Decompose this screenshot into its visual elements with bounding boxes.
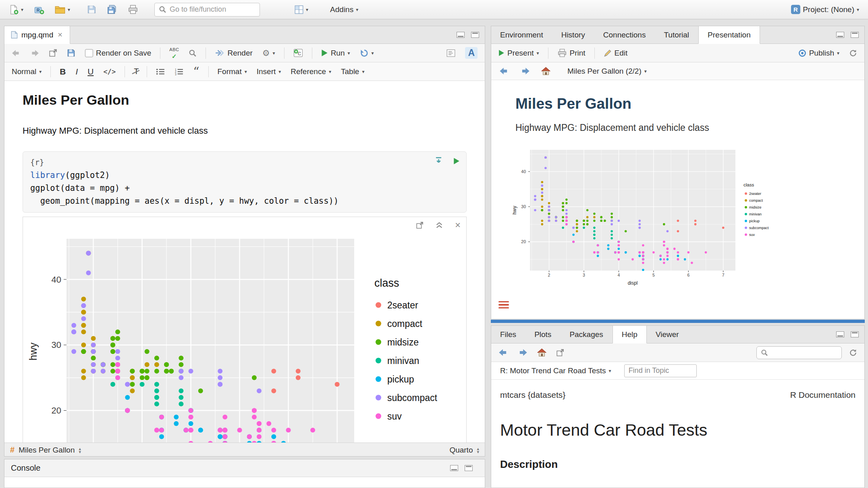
- tab-presentation[interactable]: Presentation: [698, 26, 760, 44]
- collapse-output-icon[interactable]: [436, 221, 443, 229]
- forward-button[interactable]: [518, 66, 532, 77]
- run-button[interactable]: Run ▾: [319, 47, 353, 59]
- publish-button[interactable]: Publish ▾: [796, 47, 842, 59]
- code-line[interactable]: geom_point(mapping = aes(x = displ, y = …: [30, 194, 459, 207]
- chevron-down-icon: ▾: [278, 69, 281, 74]
- outline-toggle-button[interactable]: [444, 48, 458, 59]
- section-selector-icon[interactable]: ▴▾: [79, 447, 81, 453]
- help-search-box[interactable]: [756, 346, 842, 359]
- maximize-pane-icon[interactable]: [465, 465, 473, 471]
- code-line[interactable]: ggplot(data = mpg) +: [30, 182, 459, 194]
- present-button[interactable]: Present ▾: [496, 47, 542, 59]
- bullet-list-button[interactable]: [154, 66, 167, 77]
- tab-help[interactable]: Help: [613, 326, 647, 343]
- print-button[interactable]: [125, 3, 141, 16]
- home-icon[interactable]: [535, 347, 549, 358]
- refresh-button[interactable]: [847, 347, 860, 358]
- tab-files[interactable]: Files: [491, 326, 525, 343]
- project-menu[interactable]: R Project: (None) ▾: [789, 3, 862, 16]
- doc-type-label[interactable]: Quarto: [449, 446, 473, 455]
- find-replace-button[interactable]: [186, 48, 199, 59]
- code-chunk[interactable]: {r} library(ggplot2)ggplot(data = mpg) +…: [23, 151, 467, 213]
- new-file-button[interactable]: ▾: [6, 3, 26, 16]
- goto-file-search[interactable]: [154, 3, 260, 17]
- popout-icon[interactable]: [46, 47, 60, 59]
- insert-menu[interactable]: Insert▾: [254, 66, 284, 78]
- slide-selector[interactable]: Miles Per Gallon (2/2) ▾: [565, 65, 649, 77]
- minimize-pane-icon[interactable]: [457, 32, 465, 38]
- clear-output-icon[interactable]: ×: [455, 221, 461, 229]
- close-icon[interactable]: ×: [57, 30, 63, 39]
- maximize-pane-icon[interactable]: [471, 32, 479, 38]
- paragraph-style-select[interactable]: Normal▾: [9, 66, 44, 78]
- tab-history[interactable]: History: [552, 26, 594, 43]
- editor-content[interactable]: Miles Per Gallon Highway MPG: Displaceme…: [4, 81, 485, 443]
- home-icon[interactable]: [539, 65, 553, 77]
- blockquote-button[interactable]: “: [191, 67, 201, 76]
- forward-button[interactable]: [28, 48, 42, 58]
- visual-editor-toggle[interactable]: A: [463, 45, 480, 60]
- edit-presentation-button[interactable]: Edit: [601, 47, 630, 59]
- bold-button[interactable]: B: [57, 65, 68, 78]
- clear-formatting-button[interactable]: T: [131, 65, 140, 78]
- save-all-button[interactable]: [104, 3, 120, 16]
- refresh-button[interactable]: [847, 48, 860, 59]
- save-button[interactable]: [64, 47, 78, 59]
- pane-layout-button[interactable]: ▾: [292, 4, 311, 16]
- insert-chunk-button[interactable]: C: [291, 47, 305, 59]
- tab-plots[interactable]: Plots: [525, 326, 561, 343]
- minimize-pane-icon[interactable]: [836, 32, 844, 38]
- rerun-button[interactable]: ▾: [357, 47, 376, 59]
- tab-packages[interactable]: Packages: [561, 326, 612, 343]
- presentation-slide[interactable]: Miles Per Gallon Highway MPG: Displaceme…: [491, 80, 864, 319]
- forward-button[interactable]: [515, 347, 530, 358]
- addins-menu[interactable]: Addins ▾: [328, 4, 361, 16]
- render-settings-button[interactable]: ⚙▾: [260, 47, 278, 60]
- maximize-pane-icon[interactable]: [851, 331, 859, 337]
- code-format-button[interactable]: </>: [101, 66, 118, 77]
- tab-tutorial[interactable]: Tutorial: [655, 26, 698, 43]
- status-section-label[interactable]: Miles Per Gallon: [19, 446, 75, 455]
- spellcheck-button[interactable]: ABC✓: [167, 46, 181, 60]
- topic-selector[interactable]: R: Motor Trend Car Road Tests ▾: [498, 365, 614, 377]
- table-menu[interactable]: Table▾: [338, 66, 367, 78]
- back-button[interactable]: [497, 66, 511, 77]
- tab-environment[interactable]: Environment: [491, 26, 552, 43]
- tab-connections[interactable]: Connections: [594, 26, 655, 43]
- chunk-code[interactable]: library(ggplot2)ggplot(data = mpg) + geo…: [30, 169, 459, 207]
- console-title[interactable]: Console: [11, 463, 40, 473]
- help-content[interactable]: mtcars {datasets} R Documentation Motor …: [491, 380, 864, 488]
- new-project-button[interactable]: R: [31, 3, 47, 16]
- find-in-topic-input[interactable]: [629, 366, 692, 375]
- minimize-pane-icon[interactable]: [450, 465, 458, 471]
- underline-button[interactable]: U: [85, 65, 96, 78]
- popout-icon[interactable]: [554, 347, 567, 358]
- print-presentation-button[interactable]: Print: [555, 47, 588, 59]
- help-search-input[interactable]: [771, 348, 837, 357]
- back-button[interactable]: [9, 48, 23, 58]
- doc-type-selector-icon[interactable]: ▴▾: [477, 447, 479, 453]
- run-label: Run: [331, 49, 345, 58]
- tab-viewer[interactable]: Viewer: [647, 326, 688, 343]
- find-in-topic-box[interactable]: [624, 364, 697, 377]
- tab-mpg-qmd[interactable]: mpg.qmd ×: [4, 26, 70, 44]
- format-menu[interactable]: Format▾: [215, 66, 249, 78]
- back-button[interactable]: [496, 347, 511, 358]
- render-button[interactable]: Render: [212, 47, 255, 59]
- slide-menu-icon[interactable]: [498, 301, 509, 309]
- run-chunk-icon[interactable]: [453, 157, 460, 165]
- save-button[interactable]: [85, 3, 99, 16]
- output-popout-icon[interactable]: [416, 221, 424, 229]
- render-on-save-checkbox[interactable]: Render on Save: [83, 47, 154, 59]
- italic-button[interactable]: I: [73, 65, 80, 78]
- numbered-list-button[interactable]: 123: [172, 66, 186, 77]
- run-chunks-above-icon[interactable]: [434, 157, 443, 165]
- code-line[interactable]: library(ggplot2): [30, 169, 459, 182]
- goto-file-input[interactable]: [170, 5, 255, 14]
- open-file-button[interactable]: ▾: [52, 4, 73, 16]
- maximize-pane-icon[interactable]: [851, 32, 859, 38]
- pane-resize-divider[interactable]: [491, 320, 865, 323]
- console-body[interactable]: [4, 477, 485, 488]
- reference-menu[interactable]: Reference▾: [288, 66, 334, 78]
- minimize-pane-icon[interactable]: [836, 331, 844, 337]
